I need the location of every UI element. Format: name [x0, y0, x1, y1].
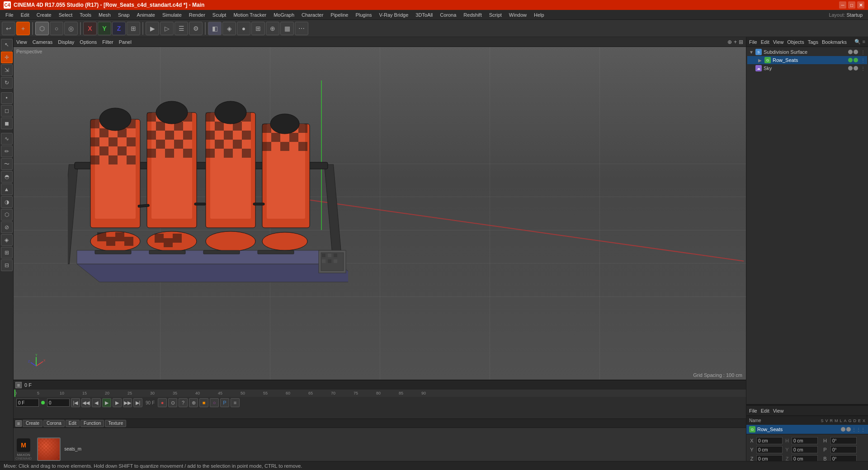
obj-menu-edit[interactable]: Edit	[761, 39, 769, 45]
mat-edit-tab[interactable]: Edit	[66, 420, 80, 427]
obj-menu-objects[interactable]: Objects	[787, 39, 804, 45]
viewport-fit-icon[interactable]: ⊕	[727, 39, 732, 45]
layout-button[interactable]: ▦	[280, 22, 294, 35]
menu-character[interactable]: Character	[298, 11, 327, 19]
skip-end-button[interactable]: ▶|	[133, 398, 142, 407]
viewport-menu-options[interactable]: Options	[80, 39, 97, 45]
menu-snap[interactable]: Snap	[114, 11, 133, 19]
skip-start-button[interactable]: |◀	[71, 398, 80, 407]
snap-button[interactable]: ⊕	[266, 22, 279, 35]
vis-render-dot[interactable]	[854, 50, 858, 54]
tool-smooth[interactable]: 〜	[1, 158, 13, 170]
h-input[interactable]	[792, 437, 818, 444]
tool-points[interactable]: •	[1, 92, 13, 104]
timeline-ruler[interactable]: 0 5 10 15 20 25	[14, 390, 746, 397]
render-settings-button[interactable]: ⚙	[189, 22, 203, 35]
mat-create-tab[interactable]: Create	[23, 420, 42, 427]
object-subdivision-surface[interactable]: ▼ S Subdivision Surface ⋮	[747, 48, 867, 56]
key-scale-button[interactable]: P	[220, 398, 229, 407]
obj-tag-icon-3[interactable]: ⋮	[861, 66, 865, 71]
viewport-lock-icon[interactable]: +	[734, 39, 737, 45]
close-button[interactable]: ✕	[857, 1, 864, 9]
viewport-menu-panel[interactable]: Panel	[119, 39, 132, 45]
axis-x-button[interactable]: X	[83, 22, 97, 35]
mat-toggle[interactable]: ≡	[15, 420, 22, 427]
menu-window[interactable]: Window	[505, 11, 530, 19]
texture-button[interactable]: ◈	[222, 22, 236, 35]
render-queue-button[interactable]: ☰	[175, 22, 188, 35]
mat-function-tab[interactable]: Function	[80, 420, 104, 427]
obj-menu-tags[interactable]: Tags	[808, 39, 818, 45]
key-all-button[interactable]: ⊕	[189, 398, 198, 407]
mat-corona-tab[interactable]: Corona	[43, 420, 65, 427]
axis-z-button[interactable]: Z	[112, 22, 126, 35]
obj-menu-view[interactable]: View	[773, 39, 784, 45]
menu-mograph[interactable]: MoGraph	[270, 11, 298, 19]
render-button[interactable]: ▷	[160, 22, 174, 35]
vis-editor-dot-3[interactable]	[848, 66, 853, 70]
menu-render[interactable]: Render	[185, 11, 209, 19]
viewport-menu-cameras[interactable]: Cameras	[33, 39, 53, 45]
h-rot-input[interactable]	[830, 437, 857, 444]
timeline-options-button[interactable]: ≡	[231, 398, 240, 407]
y-pos-input[interactable]	[756, 446, 783, 453]
axis-all-button[interactable]: ⊞	[127, 22, 140, 35]
tool-knife[interactable]: ⊘	[1, 221, 13, 233]
model-tool[interactable]: ⬡	[35, 22, 49, 35]
tool-extrude[interactable]: ⬡	[1, 209, 13, 221]
layout-value[interactable]: Startup	[847, 12, 863, 18]
menu-3dtoall[interactable]: 3DToAll	[412, 11, 436, 19]
auto-key-button[interactable]: ⊙	[168, 398, 177, 407]
viewport-fullscreen-icon[interactable]: ⊞	[739, 39, 743, 45]
p-input[interactable]	[792, 446, 818, 453]
p-rot-input[interactable]	[830, 446, 857, 453]
menu-sculpt[interactable]: Sculpt	[209, 11, 230, 19]
tool-paint[interactable]: ▲	[1, 183, 13, 195]
object-row-seats[interactable]: ▶ G Row_Seats ⋮	[747, 56, 867, 64]
menu-tools[interactable]: Tools	[76, 11, 95, 19]
next-frame-button[interactable]: ▶	[113, 398, 122, 407]
menu-animate[interactable]: Animate	[133, 11, 159, 19]
tool-edges[interactable]: ◻	[1, 105, 13, 117]
obj-menu-bookmarks[interactable]: Bookmarks	[822, 39, 847, 45]
tool-brush[interactable]: ◑	[1, 196, 13, 208]
tool-more-1[interactable]: ⊞	[1, 247, 13, 258]
tool-sculpt[interactable]: ◓	[1, 171, 13, 183]
expand-icon[interactable]: ▼	[749, 50, 755, 55]
next-key-button[interactable]: ▶▶	[123, 398, 132, 407]
tool-move[interactable]: ✛	[1, 52, 13, 63]
menu-file[interactable]: File	[2, 11, 17, 19]
mat-texture-tab[interactable]: Texture	[105, 420, 126, 427]
tool-selection[interactable]: ↖	[1, 39, 13, 51]
obj-tag-icon[interactable]: ⋮	[861, 50, 865, 55]
display-button[interactable]: ●	[237, 22, 250, 35]
prev-key-button[interactable]: ◀◀	[81, 398, 90, 407]
vis-editor-dot-2[interactable]	[848, 58, 853, 62]
tool-rotate[interactable]: ↻	[1, 77, 13, 89]
object-manager-content[interactable]: ▼ S Subdivision Surface ⋮ ▶ G Row_Seats	[746, 47, 868, 404]
timeline-toggle[interactable]: ≡	[15, 382, 22, 388]
viewport-menu-display[interactable]: Display	[58, 39, 74, 45]
menu-redshift[interactable]: Redshift	[460, 11, 485, 19]
render-view-button[interactable]: ▶	[146, 22, 159, 35]
attr-menu-edit[interactable]: Edit	[761, 408, 769, 414]
obj-options-icon[interactable]: ≡	[863, 39, 865, 45]
menu-plugins[interactable]: Plugins	[352, 11, 375, 19]
frame-start-input[interactable]	[16, 399, 39, 407]
key-pos-button[interactable]: ■	[199, 398, 208, 407]
menu-create[interactable]: Create	[33, 11, 55, 19]
menu-select[interactable]: Select	[55, 11, 76, 19]
menu-corona[interactable]: Corona	[436, 11, 460, 19]
world-tool[interactable]: ◎	[64, 22, 78, 35]
key-rot-button[interactable]: ○	[210, 398, 219, 407]
viewport-canvas[interactable]: X Y Z Grid Spacing : 100 cm	[14, 47, 746, 380]
tool-polygons[interactable]: ◼	[1, 118, 13, 129]
state-icon-2[interactable]	[846, 427, 851, 432]
x-pos-input[interactable]	[756, 437, 783, 444]
attr-menu-file[interactable]: File	[749, 408, 757, 414]
window-controls[interactable]: ─ □ ✕	[839, 1, 864, 9]
menu-motion-tracker[interactable]: Motion Tracker	[230, 11, 270, 19]
menu-script[interactable]: Script	[486, 11, 505, 19]
object-sky[interactable]: ☁ Sky ⋮	[747, 64, 867, 72]
tool-bevel[interactable]: ◈	[1, 234, 13, 246]
